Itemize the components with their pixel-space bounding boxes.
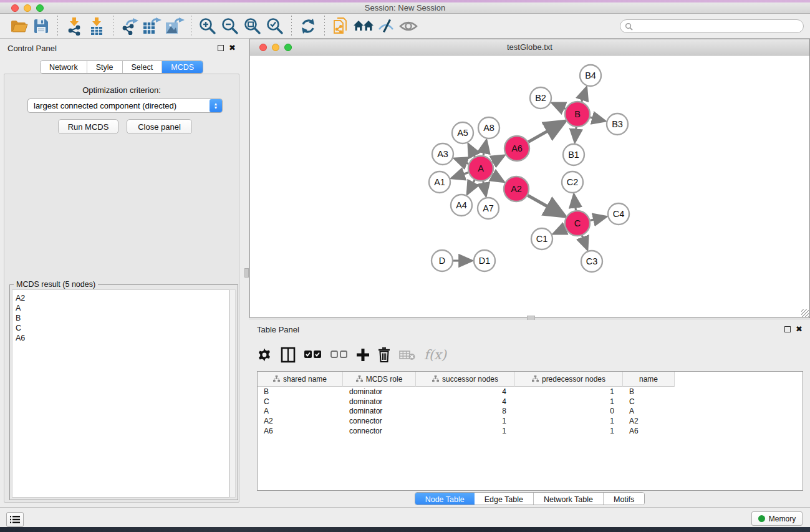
graph-node-B1[interactable]: B1	[563, 144, 584, 165]
function-builder-icon[interactable]: f(x)	[424, 344, 446, 365]
table-settings-gear-icon[interactable]	[257, 344, 272, 365]
close-panel-button[interactable]: Close panel	[127, 119, 192, 134]
run-mcds-button[interactable]: Run MCDS	[58, 119, 118, 134]
graph-node-C2[interactable]: C2	[562, 172, 583, 193]
hide-selected-icon[interactable]	[375, 16, 397, 37]
new-network-from-selection-icon[interactable]	[330, 16, 352, 37]
home-pair-icon[interactable]	[352, 16, 375, 37]
table-row[interactable]: Cdominator41C	[258, 397, 803, 407]
graph-edge-A-A7[interactable]	[483, 181, 486, 196]
graph-node-C1[interactable]: C1	[531, 228, 552, 249]
mcds-result-item[interactable]: A2	[16, 293, 229, 303]
graph-node-A4[interactable]: A4	[451, 195, 472, 216]
graph-edge-A-A3[interactable]	[455, 158, 469, 163]
table-row[interactable]: Bdominator41B	[258, 387, 803, 397]
graph-edge-C-C2[interactable]	[574, 195, 576, 210]
zoom-in-icon[interactable]	[196, 16, 219, 37]
table-row[interactable]: A6connector11A6	[258, 426, 803, 436]
graph-edge-B-B4[interactable]	[582, 88, 587, 102]
column-header[interactable]: predecessor nodes	[515, 372, 623, 387]
graph-node-A3[interactable]: A3	[432, 143, 453, 165]
mcds-result-item[interactable]: A	[16, 303, 229, 313]
graph-node-D1[interactable]: D1	[474, 250, 495, 271]
graph-edge-C-C4[interactable]	[590, 217, 605, 221]
graph-edge-A-A2[interactable]	[492, 175, 503, 181]
graph-node-A6[interactable]: A6	[504, 136, 529, 161]
graph-edge-A6-B[interactable]	[528, 122, 564, 142]
graph-edge-B-B2[interactable]	[552, 103, 566, 109]
graph-node-C3[interactable]: C3	[581, 251, 602, 272]
tab-edge-table[interactable]: Edge Table	[475, 493, 534, 505]
open-session-icon[interactable]	[7, 16, 30, 37]
float-table-panel-icon[interactable]	[784, 326, 791, 332]
zoom-selected-icon[interactable]	[264, 16, 286, 37]
graph-node-B[interactable]: B	[565, 102, 590, 127]
graph-node-A2[interactable]: A2	[504, 177, 529, 201]
memory-button[interactable]: Memory	[751, 511, 803, 526]
export-network-icon[interactable]	[118, 16, 141, 37]
search-input[interactable]	[633, 22, 803, 31]
import-table-icon[interactable]	[85, 16, 108, 37]
add-column-icon[interactable]	[357, 344, 369, 365]
refresh-icon[interactable]	[297, 16, 319, 37]
graph-node-A7[interactable]: A7	[478, 198, 499, 219]
export-image-icon[interactable]	[163, 16, 186, 37]
delete-table-icon[interactable]	[399, 344, 415, 365]
mcds-result-item[interactable]: B	[16, 313, 229, 323]
optimization-criterion-select[interactable]: largest connected component (directed) ▲…	[27, 99, 223, 113]
import-network-icon[interactable]	[63, 16, 85, 37]
graph-edge-A-A4[interactable]	[468, 180, 475, 194]
deselect-all-icon[interactable]	[330, 344, 348, 365]
close-panel-icon[interactable]: ✖	[229, 45, 236, 51]
table-row[interactable]: A2connector11A2	[258, 416, 803, 426]
tab-motifs[interactable]: Motifs	[604, 493, 644, 505]
graph-edge-C-C3[interactable]	[582, 236, 587, 249]
column-header[interactable]: successor nodes	[416, 372, 515, 387]
graph-edge-B-B3[interactable]	[590, 117, 604, 121]
zoom-out-icon[interactable]	[219, 16, 241, 37]
graph-node-C[interactable]: C	[565, 211, 590, 236]
export-table-icon[interactable]	[141, 16, 163, 37]
mcds-result-list[interactable]: A2ABCA6	[12, 289, 229, 498]
network-canvas[interactable]: B4B2BB3A8A5A6A3B1AA1C2A2A4A7C4CC1DD1C3	[250, 56, 809, 317]
network-window-titlebar[interactable]: testGlobe.txt	[250, 39, 809, 56]
mcds-list-scrollbar[interactable]	[229, 289, 236, 498]
graph-node-A5[interactable]: A5	[452, 122, 473, 143]
tab-network-table[interactable]: Network Table	[534, 493, 604, 505]
graph-node-A[interactable]: A	[468, 156, 493, 181]
graph-node-C4[interactable]: C4	[608, 203, 629, 225]
graph-node-D[interactable]: D	[432, 250, 453, 271]
delete-column-trash-icon[interactable]	[378, 344, 390, 365]
graph-node-A1[interactable]: A1	[429, 172, 450, 193]
table-row[interactable]: Adominator80A	[258, 407, 803, 417]
graph-node-B2[interactable]: B2	[530, 87, 551, 109]
graph-edge-A-A1[interactable]	[452, 173, 468, 178]
graph-edge-A-A6[interactable]	[492, 156, 504, 162]
mcds-result-item[interactable]: C	[16, 323, 229, 333]
graph-edge-C-C1[interactable]	[554, 228, 566, 233]
column-header[interactable]: MCDS role	[343, 372, 416, 387]
column-header[interactable]: name	[623, 372, 675, 387]
close-table-panel-icon[interactable]: ✖	[796, 326, 803, 332]
mcds-result-item[interactable]: A6	[16, 333, 229, 343]
graph-node-A8[interactable]: A8	[478, 117, 499, 138]
float-panel-icon[interactable]	[218, 45, 224, 51]
search-field[interactable]	[620, 19, 804, 33]
zoom-fit-icon[interactable]	[241, 16, 264, 37]
vertical-splitter-grip[interactable]	[244, 268, 249, 278]
select-all-icon[interactable]	[304, 344, 322, 365]
network-minimize-button[interactable]	[272, 44, 279, 51]
network-close-button[interactable]	[259, 44, 267, 51]
graph-edge-A2-C[interactable]	[528, 195, 564, 216]
show-columns-icon[interactable]	[281, 344, 296, 365]
save-session-icon[interactable]	[30, 16, 52, 37]
show-hidden-eye-icon[interactable]	[397, 16, 420, 37]
tab-network[interactable]: Network	[41, 61, 87, 73]
window-resize-handle[interactable]	[801, 309, 809, 317]
tab-node-table[interactable]: Node Table	[415, 493, 475, 505]
tab-mcds[interactable]: MCDS	[162, 61, 203, 73]
graph-edge-A-A5[interactable]	[469, 145, 475, 157]
tab-select[interactable]: Select	[123, 61, 163, 73]
graph-node-B3[interactable]: B3	[607, 114, 628, 135]
network-zoom-button[interactable]	[284, 44, 292, 51]
